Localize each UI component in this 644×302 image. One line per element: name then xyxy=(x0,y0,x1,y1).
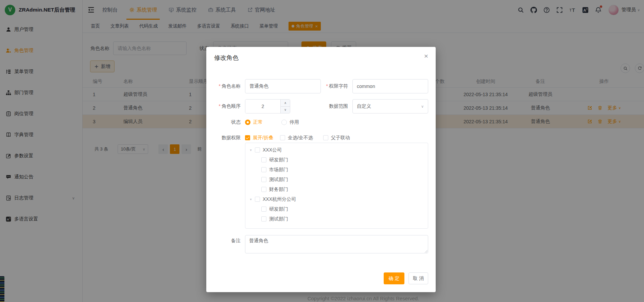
data-scope-value: 自定义 xyxy=(357,103,371,109)
tree-checkbox[interactable] xyxy=(255,147,260,153)
confirm-button[interactable]: 确 定 xyxy=(384,272,404,284)
data-scope-label: 数据范围 xyxy=(290,103,352,109)
screen: V ZRAdmin.NET后台管理 用户管理 角色管理 菜单管理 部门管理 xyxy=(0,0,644,302)
role-order-label: *角色顺序 xyxy=(206,103,245,109)
tree-node-dept[interactable]: 研发部门 xyxy=(245,204,428,214)
tree-node-label: XXX杭州分公司 xyxy=(263,196,296,202)
parent-child-link-label: 父子联动 xyxy=(331,135,350,141)
increase-button[interactable]: ∧ xyxy=(281,100,290,106)
caret-down-icon[interactable]: ▾ xyxy=(247,148,255,152)
expand-collapse-checkbox[interactable] xyxy=(245,135,250,140)
select-all-label: 全选/全不选 xyxy=(288,135,313,141)
tree-checkbox[interactable] xyxy=(261,207,266,212)
expand-collapse-label: 展开/折叠 xyxy=(253,135,273,141)
caret-down-icon[interactable]: ▾ xyxy=(247,197,255,201)
perm-char-input[interactable] xyxy=(352,79,428,93)
tree-node-label: 市场部门 xyxy=(269,167,288,173)
tree-node-label: XXX公司 xyxy=(263,147,282,153)
chevron-down-icon: ∨ xyxy=(421,104,424,109)
department-tree: ▾ XXX公司 研发部门 市场部门 测试部门 财务部门 ▾ xyxy=(245,143,428,229)
tree-node-label: 财务部门 xyxy=(269,186,288,193)
status-disabled-label: 停用 xyxy=(290,119,299,125)
role-name-input[interactable] xyxy=(245,79,321,93)
remark-label: 备注 xyxy=(206,238,241,244)
parent-child-link-checkbox[interactable] xyxy=(323,135,328,140)
dialog-title: 修改角色 xyxy=(214,54,239,62)
tree-node-label: 研发部门 xyxy=(269,157,288,163)
tree-checkbox[interactable] xyxy=(261,157,266,162)
edit-role-dialog: 修改角色 × *角色名称 *权限字符 *角色顺序 ∧ ∨ xyxy=(206,47,436,292)
tree-node-label: 研发部门 xyxy=(269,206,288,212)
required-mark: * xyxy=(219,103,221,109)
role-order-input[interactable] xyxy=(245,100,280,113)
select-all-checkbox[interactable] xyxy=(280,135,285,140)
tree-checkbox[interactable] xyxy=(261,216,266,221)
tree-node-dept[interactable]: 财务部门 xyxy=(245,184,428,194)
tree-node-dept[interactable]: 测试部门 xyxy=(245,175,428,184)
close-icon[interactable]: × xyxy=(424,52,428,59)
status-label: 状态 xyxy=(206,119,245,125)
tree-node-dept[interactable]: 市场部门 xyxy=(245,165,428,175)
tree-node-branch-company[interactable]: ▾ XXX杭州分公司 xyxy=(245,194,428,204)
required-mark: * xyxy=(326,83,328,89)
tree-checkbox[interactable] xyxy=(261,187,266,192)
required-mark: * xyxy=(219,83,221,89)
status-normal-radio[interactable] xyxy=(245,120,250,125)
tree-checkbox[interactable] xyxy=(261,177,266,182)
tree-node-dept[interactable]: 测试部门 xyxy=(245,214,428,224)
tree-checkbox[interactable] xyxy=(261,167,266,172)
role-name-label: *角色名称 xyxy=(206,83,245,89)
role-order-stepper: ∧ ∨ xyxy=(245,99,290,113)
status-disabled-radio[interactable] xyxy=(281,120,287,125)
tree-node-company[interactable]: ▾ XXX公司 xyxy=(245,145,428,155)
data-scope-select[interactable]: 自定义 ∨ xyxy=(352,99,428,113)
tree-node-dept[interactable]: 研发部门 xyxy=(245,155,428,165)
decrease-button[interactable]: ∨ xyxy=(281,106,290,113)
tree-node-label: 测试部门 xyxy=(269,216,288,222)
status-normal-label: 正常 xyxy=(253,119,263,125)
tree-node-label: 测试部门 xyxy=(269,177,288,183)
cancel-button[interactable]: 取 消 xyxy=(408,272,428,284)
perm-char-label: *权限字符 xyxy=(321,83,352,89)
remark-textarea[interactable]: 普通角色 xyxy=(245,235,428,253)
data-permission-label: 数据权限 xyxy=(206,135,245,141)
tree-checkbox[interactable] xyxy=(255,197,260,202)
